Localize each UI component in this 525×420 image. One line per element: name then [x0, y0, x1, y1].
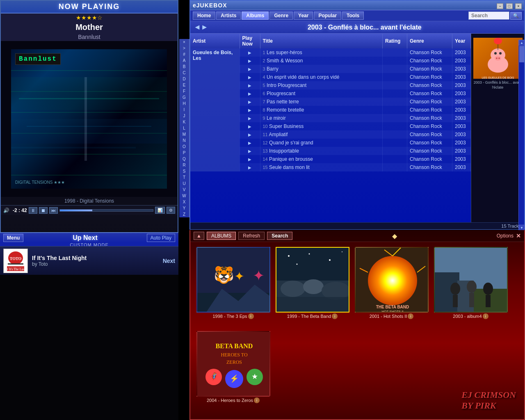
alpha-l[interactable]: L	[179, 125, 189, 131]
play-track-button[interactable]: ▶	[248, 75, 251, 80]
play-button-cell[interactable]: ▶	[240, 98, 260, 106]
play-track-button[interactable]: ▶	[248, 50, 251, 55]
play-track-button[interactable]: ▶	[248, 165, 251, 170]
alpha-a[interactable]: A	[179, 57, 189, 64]
alpha-r[interactable]: R	[179, 162, 189, 168]
album-thumbnail[interactable]	[434, 247, 508, 313]
nav-genre[interactable]: Genre	[269, 11, 293, 20]
album-item[interactable]: 🐯 ✦ ✦ 1998 - The 3 Eps i	[195, 247, 271, 328]
alpha-g[interactable]: G	[179, 94, 189, 100]
col-rating[interactable]: Rating	[383, 34, 407, 48]
alpha-k[interactable]: K	[179, 119, 189, 125]
options-button[interactable]: Options	[497, 233, 514, 239]
nav-albums[interactable]: Albums	[242, 11, 269, 20]
menu-button[interactable]: Menu	[3, 234, 23, 242]
progress-bar[interactable]	[59, 209, 153, 212]
alpha-o[interactable]: O	[179, 144, 189, 150]
nav-home[interactable]: Home	[193, 11, 215, 20]
col-playnow[interactable]: Play Now	[240, 34, 260, 48]
play-track-button[interactable]: ▶	[248, 100, 251, 104]
col-genre[interactable]: Genre	[407, 34, 452, 48]
play-button-cell[interactable]: ▶	[240, 65, 260, 73]
album-thumbnail[interactable]: BETA BAND HEROES TO ZEROS 🦸 ⚡ ★	[196, 331, 270, 397]
play-button-cell[interactable]: ▶	[240, 48, 260, 57]
album-info-button[interactable]: i	[248, 313, 254, 319]
play-track-button[interactable]: ▶	[248, 124, 251, 129]
alpha-arrow[interactable]: >	[179, 45, 189, 51]
album-item[interactable]: 2003 - album4 i	[433, 247, 509, 328]
alpha-i[interactable]: I	[179, 107, 189, 113]
col-artist[interactable]: Artist	[190, 34, 240, 48]
next-track-button[interactable]: ⏭	[49, 207, 58, 214]
play-button-cell[interactable]: ▶	[240, 163, 260, 171]
expand-button[interactable]: ▲	[194, 232, 204, 240]
col-title[interactable]: Title	[260, 34, 383, 48]
forward-arrow-button[interactable]: ►	[201, 23, 208, 32]
alpha-u[interactable]: U	[179, 180, 189, 187]
alpha-x[interactable]: ×	[179, 39, 189, 45]
album-thumbnail-selected[interactable]	[276, 247, 349, 313]
alpha-d[interactable]: D	[179, 76, 189, 82]
alpha-s[interactable]: S	[179, 168, 189, 174]
play-track-button[interactable]: ▶	[248, 141, 251, 145]
album-item[interactable]: BETA BAND HEROES TO ZEROS 🦸 ⚡ ★ 2004 - H…	[195, 331, 271, 412]
alpha-e[interactable]: E	[179, 82, 189, 88]
play-track-button[interactable]: ▶	[248, 91, 251, 96]
next-button[interactable]: Next	[163, 258, 175, 264]
album-info-button[interactable]: i	[332, 313, 338, 319]
alpha-c[interactable]: C	[179, 70, 189, 76]
play-button-cell[interactable]: ▶	[240, 114, 260, 122]
pause-button[interactable]: ⏸	[29, 207, 37, 214]
album-info-button[interactable]: i	[408, 313, 413, 319]
play-button-cell[interactable]: ▶	[240, 81, 260, 89]
alpha-f[interactable]: F	[179, 88, 189, 94]
maximize-button[interactable]: □	[506, 3, 513, 9]
autoplay-button[interactable]: Auto Play	[147, 234, 175, 242]
play-track-button[interactable]: ▶	[248, 67, 251, 71]
alpha-v[interactable]: V	[179, 187, 189, 193]
nav-popular[interactable]: Popular	[314, 11, 341, 20]
scrollbar[interactable]: ▲ ▼	[518, 40, 524, 231]
alpha-j[interactable]: J	[179, 113, 189, 119]
play-button-cell[interactable]: ▶	[240, 73, 260, 81]
equalizer-button[interactable]: 📊	[155, 207, 165, 214]
play-track-button[interactable]: ▶	[248, 116, 251, 121]
alpha-x2[interactable]: X	[179, 199, 189, 205]
scroll-thumb[interactable]	[519, 46, 524, 62]
alpha-hash[interactable]: #	[179, 51, 189, 57]
play-track-button[interactable]: ▶	[248, 149, 251, 153]
play-button-cell[interactable]: ▶	[240, 89, 260, 98]
nav-artists[interactable]: Artists	[216, 11, 241, 20]
nav-tools[interactable]: Tools	[342, 11, 364, 20]
alpha-p[interactable]: P	[179, 150, 189, 156]
table-row[interactable]: Gueules de Bois, Les▶1 Les super-hérosCh…	[190, 48, 471, 57]
album-thumbnail[interactable]: 🐯 ✦ ✦	[196, 247, 270, 313]
search-input[interactable]	[468, 11, 509, 20]
col-year[interactable]: Year	[452, 34, 471, 48]
alpha-q[interactable]: Q	[179, 156, 189, 162]
stop-button[interactable]: ⏹	[39, 207, 48, 214]
minimize-button[interactable]: −	[497, 3, 503, 9]
play-track-button[interactable]: ▶	[248, 132, 251, 137]
play-button-cell[interactable]: ▶	[240, 57, 260, 65]
scroll-down[interactable]: ▼	[519, 225, 525, 231]
play-track-button[interactable]: ▶	[248, 157, 251, 162]
search-button[interactable]: 🔍	[510, 12, 522, 20]
close-button[interactable]: ×	[515, 3, 522, 9]
alpha-w[interactable]: W	[179, 193, 189, 199]
play-button-cell[interactable]: ▶	[240, 122, 260, 130]
play-track-button[interactable]: ▶	[248, 83, 251, 88]
alpha-h[interactable]: H	[179, 100, 189, 107]
close-bottom-button[interactable]: ✕	[516, 233, 521, 239]
album-item[interactable]: 1999 - The Beta Band i	[274, 247, 350, 328]
nav-year[interactable]: Year	[294, 11, 313, 20]
volume-icon[interactable]: 🔊	[3, 208, 9, 213]
play-button-cell[interactable]: ▶	[240, 130, 260, 139]
alpha-t[interactable]: T	[179, 174, 189, 180]
play-button-cell[interactable]: ▶	[240, 155, 260, 163]
alpha-b[interactable]: B	[179, 64, 189, 70]
album-cover-image[interactable]: LES GUEULES DE BOIS	[473, 38, 523, 79]
search-tab[interactable]: Search	[267, 232, 292, 240]
back-arrow-button[interactable]: ◄	[194, 23, 201, 32]
album-info-button[interactable]: i	[254, 397, 260, 403]
